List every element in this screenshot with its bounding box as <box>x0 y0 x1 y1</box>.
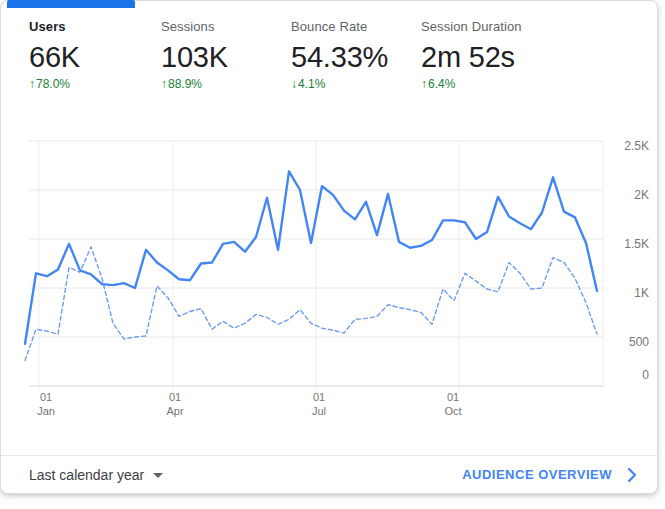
card-footer: Last calendar year AUDIENCE OVERVIEW <box>1 455 657 493</box>
audience-overview-link[interactable]: AUDIENCE OVERVIEW <box>462 467 637 483</box>
svg-text:01: 01 <box>313 391 325 403</box>
svg-text:Jul: Jul <box>312 405 326 417</box>
traffic-chart[interactable]: 05001K1.5K2K2.5K01Jan01Apr01Jul01Oct <box>1 124 657 429</box>
svg-text:1.5K: 1.5K <box>624 237 649 251</box>
svg-text:2.5K: 2.5K <box>624 139 649 153</box>
metric-value: 2m 52s <box>421 40 522 74</box>
audience-overview-label: AUDIENCE OVERVIEW <box>462 467 612 482</box>
metric-delta: ↑78.0% <box>29 77 80 91</box>
x-axis-labels: 01Jan01Apr01Jul01Oct <box>37 391 461 417</box>
metric-delta: ↓4.1% <box>291 77 388 91</box>
trend-up-icon: ↑ <box>161 77 167 91</box>
metric-label: Sessions <box>161 18 228 35</box>
trend-up-icon: ↑ <box>421 77 427 91</box>
metric-value: 54.33% <box>291 40 388 74</box>
svg-text:Jan: Jan <box>37 405 55 417</box>
metric-label: Users <box>29 18 80 35</box>
metric-delta-value: 78.0% <box>36 77 70 91</box>
users-line <box>25 171 597 344</box>
trend-up-icon: ↑ <box>29 77 35 91</box>
date-range-label: Last calendar year <box>29 467 144 483</box>
comparison-line <box>25 247 597 361</box>
metric-tab-sessions[interactable]: Sessions 103K ↑88.9% <box>161 18 228 91</box>
overview-card: Users 66K ↑78.0% Sessions 103K ↑88.9% Bo… <box>0 0 658 494</box>
svg-text:1K: 1K <box>634 286 649 300</box>
svg-text:0: 0 <box>642 368 649 382</box>
traffic-chart-container: 05001K1.5K2K2.5K01Jan01Apr01Jul01Oct <box>1 124 657 429</box>
y-axis-labels: 05001K1.5K2K2.5K <box>624 139 649 382</box>
metric-delta-value: 88.9% <box>168 77 202 91</box>
metric-delta-value: 6.4% <box>428 77 455 91</box>
trend-down-icon: ↓ <box>291 77 297 91</box>
chevron-right-icon <box>627 467 637 483</box>
svg-text:01: 01 <box>447 391 459 403</box>
metric-tab-users[interactable]: Users 66K ↑78.0% <box>29 18 80 91</box>
analytics-overview-widget: Users 66K ↑78.0% Sessions 103K ↑88.9% Bo… <box>0 0 665 509</box>
metric-delta: ↑88.9% <box>161 77 228 91</box>
vertical-gridlines <box>39 141 603 390</box>
metric-delta-value: 4.1% <box>298 77 325 91</box>
metric-value: 66K <box>29 40 80 74</box>
metric-delta: ↑6.4% <box>421 77 522 91</box>
metric-label: Bounce Rate <box>291 18 388 35</box>
svg-text:01: 01 <box>169 391 181 403</box>
metric-label: Session Duration <box>421 18 522 35</box>
metric-value: 103K <box>161 40 228 74</box>
active-tab-indicator <box>7 0 135 8</box>
svg-text:01: 01 <box>40 391 52 403</box>
svg-text:500: 500 <box>629 335 649 349</box>
date-range-selector[interactable]: Last calendar year <box>29 467 163 483</box>
svg-text:Oct: Oct <box>444 405 461 417</box>
svg-text:Apr: Apr <box>166 405 183 417</box>
metric-tab-session-duration[interactable]: Session Duration 2m 52s ↑6.4% <box>421 18 522 91</box>
caret-down-icon <box>153 473 163 478</box>
svg-text:2K: 2K <box>634 188 649 202</box>
metric-tab-bounce-rate[interactable]: Bounce Rate 54.33% ↓4.1% <box>291 18 388 91</box>
